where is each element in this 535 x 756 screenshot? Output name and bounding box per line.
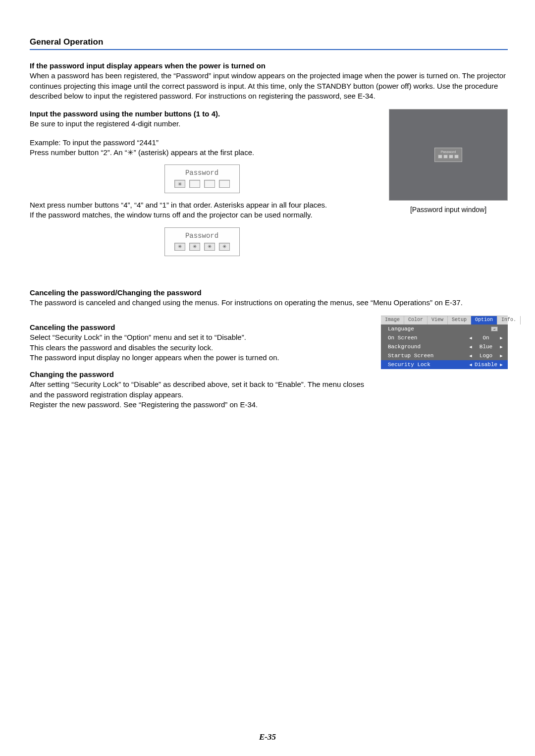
triangle-right-icon[interactable]: ▶ — [498, 362, 505, 368]
pw-box — [454, 155, 459, 159]
pw-box: ✳ — [189, 243, 200, 251]
triangle-left-icon[interactable]: ◀ — [467, 362, 474, 368]
osd-row-label: On Screen — [388, 335, 467, 341]
osd-row-background[interactable]: Background◀Blue▶ — [381, 342, 508, 351]
change-l2: Register the new password. See “Register… — [30, 400, 371, 410]
para-cancel-change: The password is canceled and changed usi… — [30, 298, 508, 308]
pw-window-title: Password — [438, 150, 459, 154]
password-dialog-title: Password — [170, 169, 234, 177]
osd-tab-setup[interactable]: Setup — [448, 316, 471, 324]
osd-row-on-screen[interactable]: On Screen◀On▶ — [381, 333, 508, 342]
pw-box: ✳ — [219, 243, 230, 251]
triangle-right-icon[interactable]: ▶ — [498, 344, 505, 350]
osd-tab-option[interactable]: Option — [471, 316, 497, 324]
heading-cancel: Canceling the password — [30, 323, 371, 332]
header-rule — [30, 49, 508, 50]
osd-value: On — [474, 335, 498, 341]
password-dialog-2: Password ✳ ✳ ✳ ✳ — [164, 227, 240, 256]
pw-box — [204, 180, 215, 188]
osd-value: Logo — [474, 353, 498, 359]
pw-box — [449, 155, 453, 159]
cancel-l1: Select “Security Lock” in the “Option” m… — [30, 332, 371, 342]
osd-body: Language↵On Screen◀On▶Background◀Blue▶St… — [381, 324, 508, 369]
osd-tab-color[interactable]: Color — [404, 316, 428, 324]
cancel-l2: This clears the password and disables th… — [30, 343, 371, 353]
osd-row-label: Startup Screen — [388, 353, 467, 359]
pw-window-caption: [Password input window] — [389, 206, 508, 214]
pw-box — [219, 180, 230, 188]
enter-icon[interactable]: ↵ — [491, 326, 498, 331]
pw-box — [438, 155, 442, 159]
osd-row-startup-screen[interactable]: Startup Screen◀Logo▶ — [381, 351, 508, 360]
heading-change: Changing the password — [30, 370, 371, 379]
cancel-l3: The password input display no longer app… — [30, 353, 371, 363]
para-next-press: Next press number buttons “4”, “4” and “… — [30, 200, 374, 210]
osd-tab-image[interactable]: Image — [381, 316, 404, 324]
pw-box: ✳ — [174, 243, 185, 251]
password-boxes-1: ✳ — [170, 180, 234, 188]
triangle-left-icon[interactable]: ◀ — [467, 353, 474, 359]
osd-row-security-lock[interactable]: Security Lock◀Disable▶ — [381, 360, 508, 369]
password-dialog-title: Password — [170, 232, 234, 240]
triangle-right-icon[interactable]: ▶ — [498, 353, 505, 359]
triangle-left-icon[interactable]: ◀ — [467, 335, 474, 341]
heading-input-pw: Input the password using the number butt… — [30, 109, 374, 119]
password-input-window-illustration: Password — [389, 109, 508, 201]
triangle-left-icon[interactable]: ◀ — [467, 344, 474, 350]
osd-row-language[interactable]: Language↵ — [381, 324, 508, 333]
para-match: If the password matches, the window turn… — [30, 210, 374, 220]
para-example1: Example: To input the password “2441” — [30, 138, 374, 148]
osd-value: Blue — [474, 344, 498, 350]
heading-power-on: If the password input display appears wh… — [30, 61, 508, 71]
osd-tab-view[interactable]: View — [428, 316, 448, 324]
heading-cancel-change: Canceling the password/Changing the pass… — [30, 288, 508, 298]
osd-tabs: ImageColorViewSetupOptionInfo. — [381, 316, 508, 324]
password-dialog-1: Password ✳ — [164, 164, 240, 193]
password-boxes-2: ✳ ✳ ✳ ✳ — [170, 243, 234, 251]
pw-box — [443, 155, 448, 159]
change-l1: After setting “Security Lock” to “Disabl… — [30, 379, 371, 400]
pw-box: ✳ — [204, 243, 215, 251]
para-4digit: Be sure to input the registered 4-digit … — [30, 119, 374, 129]
page-number: E-35 — [0, 732, 535, 742]
osd-menu: ImageColorViewSetupOptionInfo. Language↵… — [381, 316, 508, 369]
triangle-right-icon[interactable]: ▶ — [498, 335, 505, 341]
osd-value: Disable — [474, 362, 498, 368]
para-example2: Press number button “2”. An “✳” (asteris… — [30, 148, 374, 158]
pw-box — [189, 180, 200, 188]
osd-tab-info[interactable]: Info. — [497, 316, 521, 324]
osd-row-label: Language — [388, 326, 460, 332]
pw-box: ✳ — [174, 180, 185, 188]
osd-row-label: Background — [388, 344, 467, 350]
para-power-on: When a password has been registered, the… — [30, 71, 508, 101]
section-header: General Operation — [30, 37, 508, 47]
osd-row-label: Security Lock — [388, 362, 467, 368]
